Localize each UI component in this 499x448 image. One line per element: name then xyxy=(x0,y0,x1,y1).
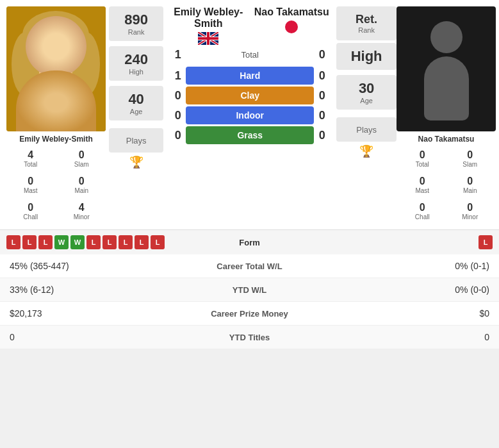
right-high-box: High xyxy=(336,43,397,70)
jp-flag-icon xyxy=(285,21,298,33)
right-player-name-label: Nao Takamatsu xyxy=(418,135,475,144)
left-player-photo xyxy=(6,6,106,131)
players-wrapper: Emily Webley-Smith 4 Total 0 Slam 0 Mast… xyxy=(0,0,499,229)
surface-row-grass: 0 Grass 0 xyxy=(167,126,333,144)
left-form-badges: LLLWWLLLLL xyxy=(6,235,211,249)
right-rank-box: Ret. Rank xyxy=(336,6,397,40)
right-mast-stat: 0 Mast xyxy=(400,173,445,197)
career-stat-left-1: 33% (6-12) xyxy=(10,285,192,295)
right-chall-stat: 0 Chall xyxy=(400,199,445,223)
left-player-column: Emily Webley-Smith 4 Total 0 Slam 0 Mast… xyxy=(6,6,106,223)
left-form-badge-4: W xyxy=(70,235,85,249)
left-age-box: 40 Age xyxy=(109,86,163,120)
career-stats-section: 45% (365-447) Career Total W/L 0% (0-1) … xyxy=(0,254,499,349)
left-form-badge-8: L xyxy=(135,235,149,249)
career-stat-right-2: $0 xyxy=(307,308,490,319)
left-mast-stat: 0 Mast xyxy=(6,173,55,197)
center-column: Emily Webley-Smith Nao Takamatsu xyxy=(167,6,333,223)
right-score-1: 0 xyxy=(314,89,330,103)
svg-point-9 xyxy=(53,65,58,69)
right-form-badge-0: L xyxy=(479,235,493,249)
svg-rect-11 xyxy=(46,90,66,104)
career-stat-row-3: 0 YTD Titles 0 xyxy=(0,326,499,349)
left-slam-stat: 0 Slam xyxy=(58,147,106,170)
left-score-1: 0 xyxy=(170,89,186,103)
svg-point-8 xyxy=(64,54,69,59)
career-stat-right-1: 0% (0-0) xyxy=(307,285,490,295)
surface-rows: 1 Hard 0 0 Clay 0 0 Indoor 0 0 Grass 0 xyxy=(167,67,333,144)
career-stat-center-1: YTD W/L xyxy=(192,285,307,295)
left-form-badge-1: L xyxy=(22,235,37,249)
left-form-badge-0: L xyxy=(6,235,20,249)
right-score-3: 0 xyxy=(314,129,330,142)
right-slam-stat: 0 Slam xyxy=(448,147,493,170)
left-high-box: 240 High xyxy=(109,46,163,81)
svg-point-4 xyxy=(72,32,100,96)
silhouette-head xyxy=(430,21,462,53)
right-total-stat: 0 Total xyxy=(400,147,445,170)
left-stats-cards: 890 Rank 240 High 40 Age Plays 🏆 xyxy=(109,6,163,223)
surface-row-indoor: 0 Indoor 0 xyxy=(167,106,333,124)
left-form-badge-7: L xyxy=(119,235,133,249)
right-form-badges: L xyxy=(288,235,493,249)
left-chall-stat: 0 Chall xyxy=(6,199,55,223)
left-form-badge-9: L xyxy=(151,235,165,249)
right-stats-cards: Ret. Rank High 30 Age Plays 🏆 xyxy=(336,6,397,223)
svg-point-3 xyxy=(12,32,40,96)
right-player-photo xyxy=(397,6,496,131)
career-stat-row-2: $20,173 Career Prize Money $0 xyxy=(0,302,499,326)
silhouette xyxy=(421,21,472,117)
career-stat-right-3: 0 xyxy=(307,332,490,342)
left-score-2: 0 xyxy=(170,109,186,122)
surface-row-hard: 1 Hard 0 xyxy=(167,67,333,85)
surface-badge-clay[interactable]: Clay xyxy=(186,87,314,104)
career-stat-center-2: Career Prize Money xyxy=(192,309,307,319)
right-player-column: Nao Takamatsu 0 Total 0 Slam 0 Mast 0 Ma… xyxy=(400,6,493,223)
left-form-badge-3: W xyxy=(54,235,69,249)
career-stat-left-0: 45% (365-447) xyxy=(10,261,192,271)
right-trophy-icon: 🏆 xyxy=(359,144,373,158)
left-total-stat: 4 Total xyxy=(6,147,55,170)
career-stat-left-3: 0 xyxy=(10,332,192,342)
left-player-name-label: Emily Webley-Smith xyxy=(19,135,92,144)
left-form-badge-6: L xyxy=(102,235,117,249)
left-main-stat: 0 Main xyxy=(58,173,106,197)
left-rank-box: 890 Rank xyxy=(109,6,163,41)
left-plays-box: Plays xyxy=(109,128,163,153)
left-score-3: 0 xyxy=(170,129,186,142)
left-score-0: 1 xyxy=(170,69,186,83)
right-minor-stat: 0 Minor xyxy=(448,199,493,223)
right-player-name-center: Nao Takamatsu xyxy=(250,6,333,45)
career-stat-row-0: 45% (365-447) Career Total W/L 0% (0-1) xyxy=(0,254,499,278)
right-score-2: 0 xyxy=(314,109,330,122)
left-player-name-center: Emily Webley-Smith xyxy=(167,6,250,45)
career-stat-row-1: 33% (6-12) YTD W/L 0% (0-0) xyxy=(0,278,499,302)
career-stat-center-0: Career Total W/L xyxy=(192,261,307,271)
surface-badge-grass[interactable]: Grass xyxy=(186,126,314,144)
silhouette-body xyxy=(424,56,469,120)
right-main-stat: 0 Main xyxy=(448,173,493,197)
main-container: Emily Webley-Smith 4 Total 0 Slam 0 Mast… xyxy=(0,0,499,349)
surface-badge-hard[interactable]: Hard xyxy=(186,67,314,85)
uk-flag-icon xyxy=(198,32,218,45)
right-score-0: 0 xyxy=(314,69,330,83)
right-plays-box: Plays xyxy=(336,117,397,142)
svg-point-2 xyxy=(22,11,89,60)
right-flag-row xyxy=(250,21,333,33)
career-stat-right-0: 0% (0-1) xyxy=(307,261,490,271)
form-label: Form xyxy=(211,238,288,247)
total-row: 1 Total 0 xyxy=(167,48,333,62)
svg-point-5 xyxy=(40,53,49,60)
left-form-badge-2: L xyxy=(38,235,53,249)
career-stat-center-3: YTD Titles xyxy=(192,333,307,342)
surface-row-clay: 0 Clay 0 xyxy=(167,87,333,104)
left-trophy-icon: 🏆 xyxy=(129,155,143,169)
svg-rect-10 xyxy=(16,101,96,131)
svg-point-7 xyxy=(42,54,47,59)
svg-point-6 xyxy=(62,53,71,60)
surface-badge-indoor[interactable]: Indoor xyxy=(186,106,314,124)
svg-point-1 xyxy=(24,17,88,92)
right-age-box: 30 Age xyxy=(336,75,397,110)
left-flag-row xyxy=(167,32,250,45)
left-minor-stat: 4 Minor xyxy=(58,199,106,223)
